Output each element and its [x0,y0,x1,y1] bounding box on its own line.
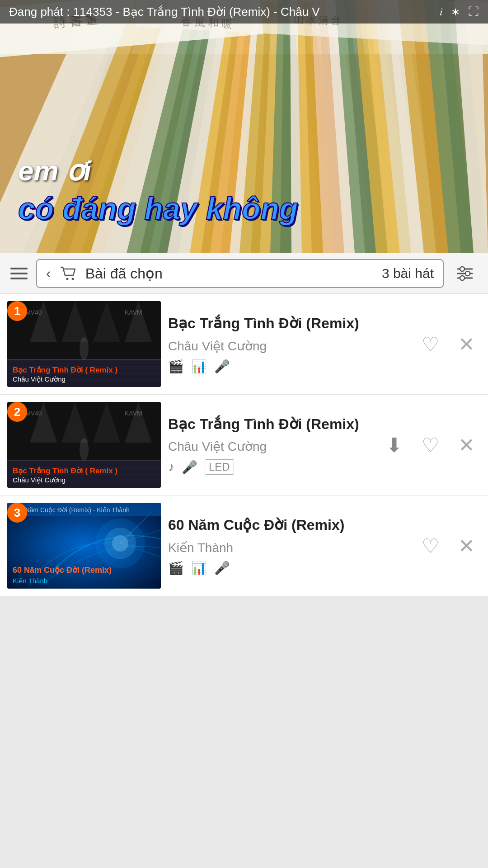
favorite-button-2[interactable]: ♡ [416,430,445,459]
heart-icon-1: ♡ [422,333,439,356]
now-playing-text: Đang phát : 114353 - Bạc Trắng Tình Đời … [9,5,320,19]
svg-text:Bạc Trắng Tình Đời ( Remix ): Bạc Trắng Tình Đời ( Remix ) [13,467,117,475]
heart-icon-2: ♡ [422,434,439,457]
video-icon-1: 🎬 [168,359,184,374]
close-icon-1: ✕ [458,333,475,356]
download-icon-2: ⬇ [386,434,403,457]
song-item-2: 2 MV40 KAVM Bạc Trắng Tình Đời ( Remix )… [0,395,488,495]
song-artist-2: Châu Việt Cường [168,439,372,454]
song-info-3: 60 Năm Cuộc Đời (Remix) Kiến Thành 🎬 📊 🎤 [168,516,408,576]
song-info-1: Bạc Trắng Tình Đời (Remix) Châu Việt Cườ… [168,314,408,374]
svg-text:Bạc Trắng Tình Đời ( Remix ): Bạc Trắng Tình Đời ( Remix ) [13,366,117,374]
remove-button-2[interactable]: ✕ [452,430,481,459]
video-icon-3: 🎬 [168,561,184,576]
menu-line-3 [10,278,28,279]
lyric-line2: có đáng hay không [18,191,470,226]
lyrics-overlay: em ơi có đáng hay không [0,154,488,226]
song-meta-3: 🎬 📊 🎤 [168,561,408,576]
svg-point-49 [71,278,74,280]
song-meta-2: ♪ 🎤 LED [168,459,372,475]
video-area: 詩 書 畫 春 風 和 暖 山 水 清 音 em ơi có đáng hay … [0,0,488,253]
mixer-button[interactable] [449,258,481,289]
action-row-2: ⬇ ♡ ✕ [380,430,481,459]
svg-text:60 Năm Cuộc Đời (Remix) - Kiến: 60 Năm Cuộc Đời (Remix) - Kiến Thành [16,506,130,514]
heart-icon-3: ♡ [422,534,439,557]
lyric-line1: em ơi [18,154,470,187]
song-artist-1: Châu Việt Cường [168,339,408,354]
back-button[interactable]: ‹ [46,265,51,282]
mic-icon-3: 🎤 [214,561,230,576]
song-actions-2: ⬇ ♡ ✕ [380,430,481,459]
chart-icon-3: 📊 [191,561,207,576]
svg-point-81 [80,438,89,461]
song-thumbnail-2[interactable]: MV40 KAVM Bạc Trắng Tình Đời ( Remix ) C… [7,402,161,488]
bluetooth-icon: ∗ [451,5,460,18]
status-icons: 𝑖 ∗ ⛶ [440,5,479,18]
song-thumbnail-1[interactable]: MV40 KAVM Bạc Trắng Tình Đời ( Remix ) C… [7,301,161,387]
svg-point-54 [465,271,470,276]
remove-button-1[interactable]: ✕ [452,330,481,359]
song-list: 1 MV40 KAVM [0,294,488,596]
svg-text:Châu Việt Cường: Châu Việt Cường [13,375,66,383]
svg-point-66 [80,337,89,360]
playlist-label: Bài đã chọn [85,265,375,282]
download-button-2[interactable]: ⬇ [380,430,408,459]
song-meta-1: 🎬 📊 🎤 [168,359,408,374]
song-number-2: 2 [7,402,27,422]
favorite-button-1[interactable]: ♡ [416,330,445,359]
song-number-1: 1 [7,301,27,321]
info-icon: 𝑖 [440,5,443,18]
svg-text:MV40: MV40 [25,309,42,316]
cart-icon [58,264,78,283]
song-number-3: 3 [7,503,27,523]
song-actions-3: ♡ ✕ [416,531,481,560]
svg-text:KAVM: KAVM [125,309,142,316]
favorite-button-3[interactable]: ♡ [416,531,445,560]
action-row-1: ♡ ✕ [416,330,481,359]
menu-line-1 [10,268,28,269]
song-actions-1: ♡ ✕ [416,330,481,359]
remove-button-3[interactable]: ✕ [452,531,481,560]
song-title-3: 60 Năm Cuộc Đời (Remix) [168,516,408,535]
action-row-3: ♡ ✕ [416,531,481,560]
song-info-2: Bạc Trắng Tình Đời (Remix) Châu Việt Cườ… [168,415,372,475]
song-count: 3 bài hát [382,266,434,281]
led-badge-2: LED [205,459,234,475]
svg-text:MV40: MV40 [25,410,42,417]
song-thumbnail-3[interactable]: 60 Năm Cuộc Đời (Remix) - Kiến Thành 60 … [7,503,161,589]
song-item-1: 1 MV40 KAVM [0,294,488,395]
song-title-1: Bạc Trắng Tình Đời (Remix) [168,314,408,333]
svg-point-55 [460,276,465,280]
chart-icon-1: 📊 [191,359,207,374]
fullscreen-icon: ⛶ [468,5,479,18]
song-artist-3: Kiến Thành [168,540,408,555]
svg-text:Kiến Thành: Kiến Thành [13,577,47,585]
svg-text:KAVM: KAVM [125,410,142,417]
search-bar: ‹ Bài đã chọn 3 bài hát [36,259,444,288]
close-icon-2: ✕ [458,434,475,457]
svg-point-53 [460,267,465,271]
svg-text:60 Năm Cuộc Đời (Remix): 60 Năm Cuộc Đời (Remix) [13,566,112,575]
menu-line-2 [10,273,28,274]
song-title-2: Bạc Trắng Tình Đời (Remix) [168,415,372,434]
menu-button[interactable] [7,262,31,285]
close-icon-3: ✕ [458,534,475,557]
bottom-area [0,596,488,786]
status-bar: Đang phát : 114353 - Bạc Trắng Tình Đời … [0,0,488,24]
mic-icon-1: 🎤 [214,359,230,374]
toolbar: ‹ Bài đã chọn 3 bài hát [0,253,488,294]
mic-icon-2: 🎤 [182,460,197,475]
music-icon-2: ♪ [168,460,174,474]
svg-text:Châu Việt Cường: Châu Việt Cường [13,476,66,484]
song-item-3: 3 [0,495,488,596]
svg-point-48 [66,278,68,280]
